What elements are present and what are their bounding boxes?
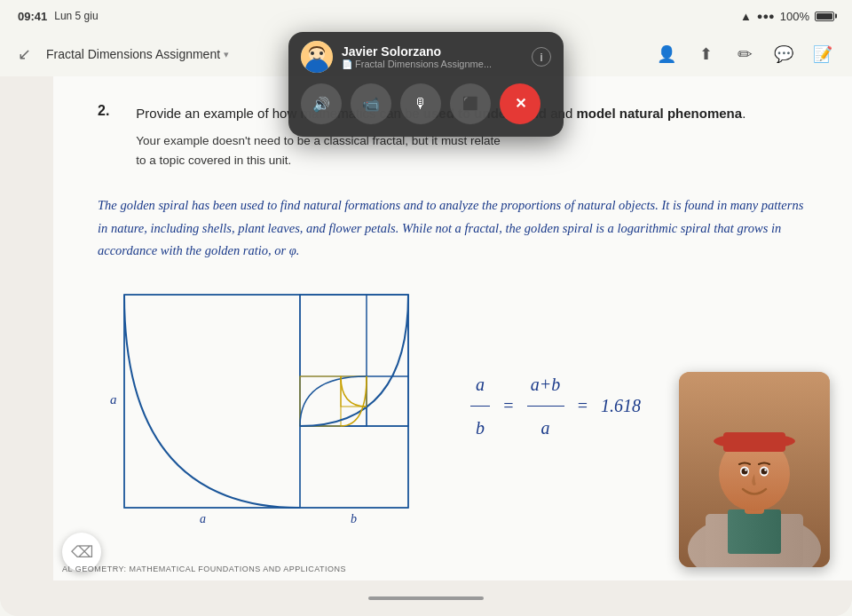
- q-bold-2: model natural phenomena: [576, 106, 742, 121]
- svg-point-13: [311, 51, 314, 55]
- camera-person: [679, 372, 830, 567]
- fraction-denom-a2: a: [541, 408, 550, 447]
- fraction-num-a: a: [476, 365, 485, 404]
- handwritten-answer: The golden spiral has been used to find …: [98, 194, 808, 262]
- wifi-icon: ▲: [740, 10, 752, 23]
- equals-2: =: [577, 386, 589, 425]
- eraser-icon: ⌫: [71, 542, 93, 562]
- svg-point-28: [764, 469, 766, 470]
- doc-title: Fractal Dimensions Assignment: [46, 47, 220, 61]
- screen-share-button[interactable]: ⬛: [450, 83, 491, 124]
- facetime-controls: 🔊 📹 🎙 ⬛ ✕: [301, 83, 551, 124]
- caller-doc-text: Fractal Dimensions Assignme...: [355, 59, 492, 69]
- facetime-info: Javier Solorzano 📄 Fractal Dimensions As…: [342, 44, 523, 69]
- facetime-header: Javier Solorzano 📄 Fractal Dimensions As…: [301, 41, 551, 73]
- end-call-button[interactable]: ✕: [500, 83, 540, 124]
- equals-1: =: [502, 386, 515, 425]
- svg-rect-18: [728, 509, 781, 554]
- pencil-square-icon[interactable]: 📝: [811, 43, 834, 66]
- bubble-icon[interactable]: 💬: [772, 43, 795, 66]
- fraction-denom-b: b: [476, 408, 485, 447]
- svg-rect-0: [124, 295, 408, 508]
- svg-rect-5: [367, 295, 408, 376]
- fraction-aplusb-a: a+b a: [527, 365, 564, 447]
- mic-icon: 🎙: [414, 96, 428, 112]
- toolbar-left: ↙ Fractal Dimensions Assignment ▾: [18, 44, 229, 64]
- chevron-down-icon: ▾: [224, 49, 229, 60]
- status-date: Lun 5 giu: [54, 10, 98, 22]
- golden-ratio-formula: a b = a+b a = 1.618: [470, 365, 641, 447]
- q-period: .: [742, 106, 746, 121]
- svg-point-25: [742, 469, 748, 475]
- fraction-num-aplusb: a+b: [531, 365, 561, 404]
- formula-row: a b = a+b a = 1.618: [470, 365, 641, 447]
- home-indicator: [368, 596, 484, 600]
- person-circle-icon[interactable]: 👤: [655, 43, 678, 66]
- video-button[interactable]: 📹: [351, 83, 391, 124]
- caller-doc: 📄 Fractal Dimensions Assignme...: [342, 59, 523, 69]
- battery-icon: [815, 12, 834, 21]
- svg-point-26: [761, 469, 768, 475]
- svg-rect-3: [300, 426, 408, 508]
- facetime-overlay: Javier Solorzano 📄 Fractal Dimensions As…: [288, 32, 564, 137]
- share-icon[interactable]: ⬆: [694, 43, 717, 66]
- label-a-bottom: a: [200, 512, 206, 525]
- end-call-icon: ✕: [515, 97, 526, 111]
- label-b-bottom: b: [351, 512, 357, 525]
- golden-spiral-diagram: a a b: [98, 281, 435, 530]
- question-number: 2.: [98, 103, 109, 187]
- speaker-button[interactable]: 🔊: [301, 83, 342, 124]
- video-icon: 📹: [362, 96, 380, 113]
- svg-point-14: [320, 51, 323, 55]
- facetime-info-button[interactable]: i: [532, 47, 551, 67]
- status-time: 09:41: [18, 10, 47, 23]
- collapse-icon[interactable]: ↙: [18, 44, 37, 64]
- left-panel: [0, 76, 53, 580]
- bottom-bar: [0, 580, 852, 616]
- bottom-watermark: AL GEOMETRY: MATHEMATICAL FOUNDATIONS AN…: [62, 565, 346, 573]
- pencil-circle-icon[interactable]: ✏: [733, 43, 756, 66]
- status-right: ▲ ●●● 100%: [740, 10, 834, 23]
- fraction-ab: a b: [470, 365, 490, 447]
- camera-feed: [679, 372, 830, 567]
- facetime-avatar: [301, 41, 333, 73]
- mic-button[interactable]: 🎙: [400, 83, 441, 124]
- phi-value: 1.618: [601, 386, 641, 425]
- speaker-icon: 🔊: [312, 96, 330, 113]
- signal-icon: ●●●: [757, 11, 775, 21]
- doc-title-container[interactable]: Fractal Dimensions Assignment ▾: [46, 47, 229, 61]
- status-bar: 09:41 Lun 5 giu ▲ ●●● 100%: [0, 0, 852, 32]
- toolbar-right: 👤 ⬆ ✏ 💬 📝: [655, 43, 834, 66]
- label-a-left: a: [110, 392, 117, 407]
- battery-text: 100%: [780, 10, 809, 23]
- screen-icon: ⬛: [462, 96, 479, 112]
- doc-icon: 📄: [342, 59, 352, 69]
- question-subtext: Your example doesn't need to be a classi…: [136, 131, 808, 170]
- caller-name: Javier Solorzano: [342, 44, 523, 59]
- svg-rect-22: [723, 432, 785, 452]
- svg-rect-9: [341, 376, 367, 407]
- svg-rect-1: [124, 295, 300, 508]
- svg-point-27: [745, 469, 746, 470]
